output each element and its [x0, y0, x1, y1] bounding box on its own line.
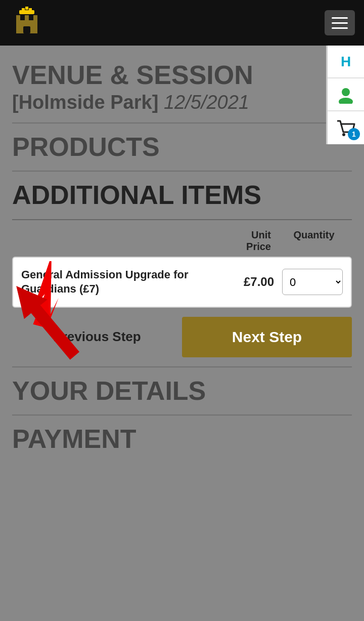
hamburger-line-1	[332, 17, 348, 19]
product-price: £7.00	[226, 275, 282, 289]
logo	[9, 5, 44, 40]
sidebar-item-user[interactable]	[328, 78, 364, 111]
svg-rect-3	[25, 15, 29, 22]
your-details-title: YOUR DETAILS	[12, 377, 352, 405]
products-title: PRODUCTS	[12, 133, 352, 161]
hamburger-line-3	[332, 27, 348, 29]
arrow-pointer-icon	[0, 265, 96, 377]
bottom-sections: YOUR DETAILS PAYMENT	[0, 366, 364, 471]
quantity-header: Quantity	[281, 229, 347, 253]
venue-session-section: VENUE & SESSION [Holmside Park] 12/5/202…	[12, 61, 352, 123]
venue-name: [Holmside Park]	[12, 92, 158, 113]
hamburger-menu-button[interactable]	[325, 10, 355, 35]
section-divider-1	[12, 122, 352, 123]
svg-rect-8	[25, 7, 28, 10]
svg-point-12	[342, 133, 345, 136]
svg-rect-2	[16, 15, 20, 22]
venue-subtitle: [Holmside Park] 12/5/2021	[12, 92, 352, 113]
products-section: PRODUCTS	[12, 133, 352, 172]
svg-rect-7	[29, 8, 32, 11]
cart-badge: 1	[348, 128, 360, 140]
section-divider-5	[12, 415, 352, 416]
svg-marker-15	[5, 276, 86, 365]
unit-price-header: Unit Price	[225, 229, 281, 253]
svg-rect-5	[19, 10, 34, 14]
svg-rect-6	[22, 8, 25, 11]
svg-rect-4	[33, 15, 37, 22]
hamburger-line-2	[332, 22, 348, 24]
sidebar-item-h[interactable]: H	[328, 46, 364, 78]
svg-point-10	[342, 88, 350, 96]
logo-icon	[9, 5, 44, 40]
cart-count: 1	[352, 130, 356, 138]
sidebar-h-label: H	[341, 54, 351, 70]
payment-title: PAYMENT	[12, 425, 352, 453]
venue-date: 12/5/2021	[164, 92, 249, 113]
red-arrow-svg-container	[0, 265, 96, 379]
svg-rect-9	[23, 26, 30, 33]
section-divider-3	[12, 219, 352, 220]
sidebar-item-cart[interactable]: 1	[328, 111, 364, 144]
svg-point-11	[339, 98, 353, 104]
navbar	[0, 0, 364, 46]
quantity-select[interactable]: 0 1 2 3 4 5	[282, 269, 343, 295]
section-divider-2	[12, 171, 352, 172]
table-header: Unit Price Quantity	[12, 229, 352, 253]
next-step-button[interactable]: Next Step	[182, 317, 352, 357]
venue-session-title: VENUE & SESSION	[12, 61, 352, 90]
sidebar-panel: H 1	[326, 46, 364, 144]
additional-items-title: ADDITIONAL ITEMS	[12, 181, 352, 210]
user-icon	[337, 86, 355, 104]
